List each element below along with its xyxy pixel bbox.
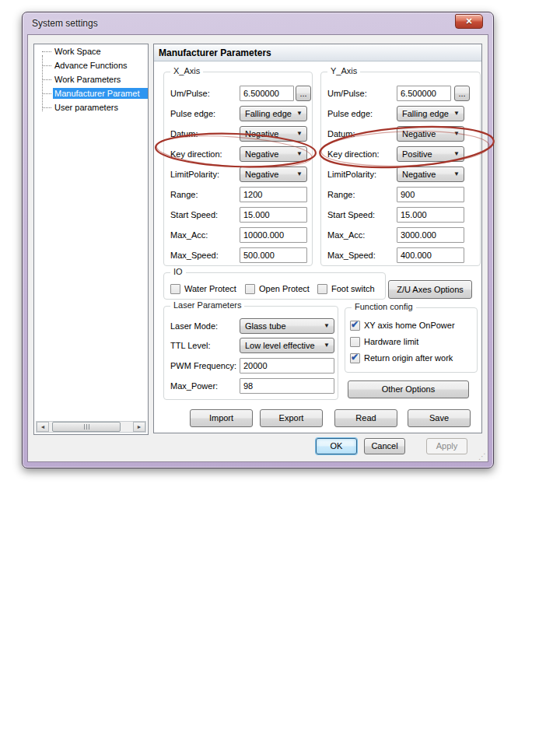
checkbox-icon[interactable]: ✔	[170, 284, 180, 294]
scroll-right-icon[interactable]: ►	[133, 422, 145, 432]
max-power-input[interactable]	[240, 378, 334, 394]
limit-polarity-label: LimitPolarity:	[327, 167, 376, 182]
scrollbar-track[interactable]	[49, 422, 133, 432]
chevron-down-icon: ▼	[296, 107, 303, 121]
y-max-speed-input[interactable]	[397, 247, 464, 263]
y-limit-polarity-select[interactable]: Negative ▼	[397, 167, 464, 182]
tree-item-label: Work Space	[53, 46, 148, 57]
max-acc-label: Max_Acc:	[170, 227, 208, 243]
y-max-acc-input[interactable]	[397, 227, 464, 243]
datum-label: Datum:	[170, 126, 198, 142]
scroll-left-icon[interactable]: ◄	[37, 422, 49, 432]
group-title: Function config	[352, 302, 416, 311]
zu-axes-options-button[interactable]: Z/U Axes Options	[388, 280, 472, 299]
combo-value: Falling edge	[245, 107, 292, 121]
page-title: Manufacturer Parameters	[154, 44, 481, 61]
pulse-edge-label: Pulse edge:	[327, 106, 373, 121]
pwm-frequency-input[interactable]	[240, 358, 334, 374]
um-pulse-label: Um/Pulse:	[327, 86, 367, 101]
sidebar-item-user-parameters[interactable]: User parameters	[34, 100, 148, 114]
x-pulse-edge-select[interactable]: Falling edge ▼	[240, 106, 307, 121]
x-start-speed-input[interactable]	[240, 207, 307, 223]
sidebar-item-manufacturer-parameters[interactable]: Manufacturer Paramet	[34, 86, 148, 100]
sidebar-item-advance-functions[interactable]: Advance Functions	[34, 58, 148, 72]
resize-grip-icon[interactable]: ⋰	[478, 452, 486, 461]
range-label: Range:	[170, 187, 198, 202]
x-max-acc-input[interactable]	[240, 227, 307, 243]
checkbox-label: Open Protect	[259, 284, 310, 293]
combo-value: Negative	[245, 167, 278, 181]
tree-connector	[42, 93, 51, 94]
max-speed-label: Max_Speed:	[170, 247, 219, 263]
dialog-client-area: Work Space Advance Functions Work Parame…	[27, 34, 488, 462]
combo-value: Negative	[245, 127, 278, 141]
hardware-limit-checkbox[interactable]: ✔ Hardware limit	[350, 335, 418, 348]
y-pulse-edge-select[interactable]: Falling edge ▼	[397, 106, 464, 121]
settings-tree: Work Space Advance Functions Work Parame…	[33, 44, 149, 435]
apply-button: Apply	[426, 438, 467, 454]
limit-polarity-label: LimitPolarity:	[170, 167, 219, 182]
y-key-direction-select[interactable]: Positive ▼	[397, 146, 464, 162]
chevron-down-icon: ▼	[453, 167, 460, 181]
ttl-level-label: TTL Level:	[170, 338, 211, 353]
ttl-level-select[interactable]: Low level effective ▼	[240, 338, 334, 353]
tree-horizontal-scrollbar[interactable]: ◄ ►	[36, 421, 146, 433]
checkbox-icon[interactable]: ✔	[350, 321, 360, 331]
y-axis-group: Y_Axis Um/Pulse: ... Pulse edge: Falling…	[320, 72, 481, 266]
export-button[interactable]: Export	[260, 409, 323, 427]
other-options-button[interactable]: Other Options	[348, 381, 469, 398]
ok-button[interactable]: OK	[316, 438, 357, 454]
x-um-pulse-browse-button[interactable]: ...	[296, 86, 311, 101]
laser-mode-select[interactable]: Glass tube ▼	[240, 318, 334, 334]
tree-connector	[42, 65, 51, 66]
read-button[interactable]: Read	[334, 409, 397, 427]
tree-connector	[42, 107, 51, 108]
checkbox-icon[interactable]: ✔	[317, 284, 327, 294]
x-um-pulse-input[interactable]	[240, 86, 294, 101]
tree-item-label: User parameters	[53, 102, 148, 113]
water-protect-checkbox[interactable]: ✔ Water Protect	[170, 282, 236, 295]
y-datum-select[interactable]: Negative ▼	[397, 126, 464, 142]
x-key-direction-select[interactable]: Negative ▼	[240, 146, 307, 162]
y-start-speed-input[interactable]	[397, 207, 464, 223]
checkbox-label: Water Protect	[184, 284, 236, 293]
foot-switch-checkbox[interactable]: ✔ Foot switch	[317, 282, 375, 295]
system-settings-dialog: System settings ✕ Work Space Advance Fun…	[22, 12, 494, 468]
chevron-down-icon: ▼	[324, 319, 330, 333]
checkbox-icon[interactable]: ✔	[245, 284, 255, 294]
close-button[interactable]: ✕	[455, 14, 483, 29]
combo-value: Positive	[402, 147, 432, 161]
checkbox-icon[interactable]: ✔	[350, 337, 360, 347]
close-icon: ✕	[465, 16, 472, 26]
open-protect-checkbox[interactable]: ✔ Open Protect	[245, 282, 310, 295]
sidebar-item-work-space[interactable]: Work Space	[34, 44, 148, 58]
io-group: IO ✔ Water Protect ✔ Open Protect ✔ Foot…	[163, 272, 386, 300]
x-datum-select[interactable]: Negative ▼	[240, 126, 307, 142]
checkbox-icon[interactable]: ✔	[350, 353, 360, 363]
scrollbar-thumb[interactable]	[52, 422, 121, 432]
import-button[interactable]: Import	[190, 409, 253, 427]
x-max-speed-input[interactable]	[240, 247, 307, 263]
tree-item-label: Manufacturer Paramet	[53, 88, 148, 99]
pwm-frequency-label: PWM Frequency:	[170, 358, 236, 374]
x-limit-polarity-select[interactable]: Negative ▼	[240, 167, 307, 182]
xy-home-onpower-checkbox[interactable]: ✔ XY axis home OnPower	[350, 319, 455, 331]
y-range-input[interactable]	[397, 187, 464, 202]
combo-value: Negative	[402, 167, 436, 181]
sidebar-item-work-parameters[interactable]: Work Parameters	[34, 72, 148, 86]
cancel-button[interactable]: Cancel	[364, 438, 405, 454]
y-um-pulse-input[interactable]	[397, 86, 451, 101]
save-button[interactable]: Save	[408, 409, 471, 427]
checkbox-label: Return origin after work	[364, 353, 453, 363]
checkbox-label: XY axis home OnPower	[364, 321, 455, 330]
group-title: Laser Parameters	[170, 300, 244, 310]
y-um-pulse-browse-button[interactable]: ...	[454, 86, 470, 101]
max-power-label: Max_Power:	[170, 378, 218, 394]
x-range-input[interactable]	[240, 187, 307, 202]
return-origin-checkbox[interactable]: ✔ Return origin after work	[350, 352, 453, 364]
titlebar[interactable]: System settings ✕	[23, 12, 493, 34]
group-title: IO	[170, 267, 186, 276]
checkbox-label: Hardware limit	[364, 337, 418, 346]
laser-parameters-group: Laser Parameters Laser Mode: Glass tube …	[163, 306, 338, 400]
function-config-group: Function config ✔ XY axis home OnPower ✔…	[345, 307, 478, 373]
